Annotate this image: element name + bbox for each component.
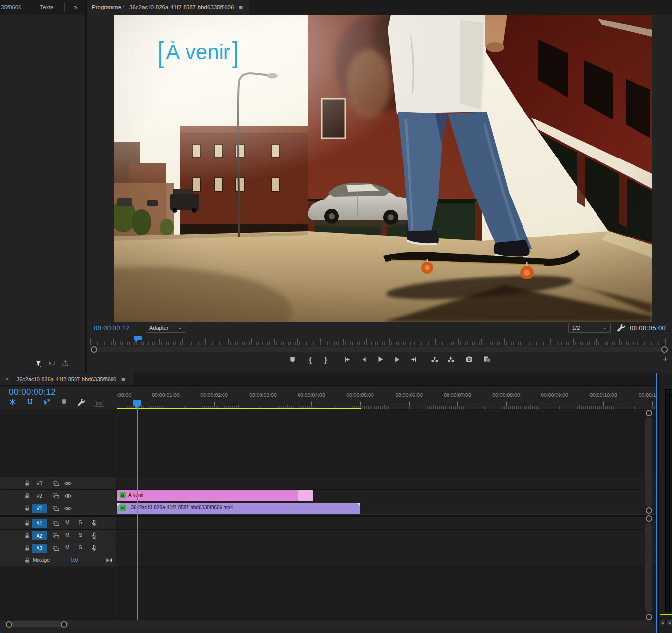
track-target-a2[interactable]: A2 xyxy=(32,531,47,540)
mute-button[interactable]: M xyxy=(65,532,69,538)
program-panel-menu-icon[interactable]: ≡ xyxy=(239,4,243,11)
tab-texte-label: Texte xyxy=(40,4,54,10)
filter-icon[interactable] xyxy=(35,359,42,369)
sync-lock-icon[interactable] xyxy=(52,544,60,554)
timeline-settings-wrench-icon[interactable] xyxy=(76,398,85,408)
timeline-zoom-bar[interactable] xyxy=(5,621,69,627)
go-to-out-button[interactable] xyxy=(407,353,421,366)
program-current-timecode[interactable]: 00:00:00:12 xyxy=(94,324,130,332)
track-target-a1[interactable]: A1 xyxy=(32,519,47,528)
track-header-a1: A1 M S xyxy=(0,517,116,530)
sync-lock-icon[interactable] xyxy=(52,519,60,529)
tab-texte[interactable]: Texte xyxy=(31,0,63,15)
track-lane-a2[interactable] xyxy=(116,530,656,542)
lock-icon[interactable] xyxy=(23,492,31,501)
voiceover-mic-icon[interactable] xyxy=(90,544,98,554)
mark-out-button[interactable]: } xyxy=(319,353,333,366)
video-tracks-scrollbar[interactable] xyxy=(645,417,652,507)
program-zoom-handle-left[interactable] xyxy=(91,346,97,353)
meter-solo-left-button[interactable]: S xyxy=(660,618,666,626)
timeline-playhead-line[interactable] xyxy=(137,402,138,620)
audio-scrollbar-handle-bottom[interactable] xyxy=(646,614,652,620)
timeline-zoom-scrollbar[interactable] xyxy=(4,621,652,627)
lock-icon[interactable] xyxy=(23,544,31,554)
sync-lock-icon[interactable] xyxy=(52,504,60,514)
lock-icon[interactable] xyxy=(23,556,31,566)
clip-fade-handle-right[interactable] xyxy=(357,503,360,506)
sync-lock-icon[interactable] xyxy=(52,492,60,502)
timeline-current-timecode[interactable]: 00:00:00:12 xyxy=(9,387,56,397)
audio-scrollbar-handle-top[interactable] xyxy=(646,515,652,522)
comparison-view-button[interactable] xyxy=(480,353,494,366)
track-target-v3[interactable]: V3 xyxy=(32,479,47,488)
voiceover-mic-icon[interactable] xyxy=(90,532,98,542)
step-back-button[interactable] xyxy=(357,353,371,366)
program-zoom-scrollbar[interactable] xyxy=(90,347,668,352)
lift-button[interactable] xyxy=(428,353,442,366)
play-button[interactable] xyxy=(373,353,387,366)
lock-icon[interactable] xyxy=(23,532,31,541)
peak-indicator xyxy=(666,390,669,396)
panel-overflow-chevron-icon[interactable]: » xyxy=(68,0,83,15)
audio-tracks-scrollbar[interactable] xyxy=(645,523,652,613)
sync-lock-icon[interactable] xyxy=(52,479,60,489)
text-panel xyxy=(0,15,86,373)
clip-a-venir-tail[interactable] xyxy=(298,490,313,501)
linked-selection-icon[interactable] xyxy=(43,398,51,408)
master-volume-value[interactable]: 0,0 xyxy=(71,557,78,563)
tab-project-partial[interactable]: 35f8606 xyxy=(0,0,28,15)
sync-lock-icon[interactable] xyxy=(52,532,60,542)
export-icon[interactable] xyxy=(61,359,69,369)
lock-icon[interactable] xyxy=(23,504,31,514)
solo-button[interactable]: S xyxy=(79,520,82,525)
timeline-sequence-tab[interactable]: × _36c2ac10-826a-41f2-8587-bbd6335f8606 … xyxy=(0,373,134,385)
lock-icon[interactable] xyxy=(23,519,31,529)
extract-button[interactable] xyxy=(444,353,458,366)
solo-button[interactable]: S xyxy=(79,545,82,550)
close-icon[interactable]: × xyxy=(5,376,9,383)
nest-sequences-icon[interactable] xyxy=(8,398,17,408)
lock-icon[interactable] xyxy=(23,479,31,489)
toggle-track-output-eye-icon[interactable] xyxy=(64,504,72,514)
timeline-marker-icon[interactable] xyxy=(60,398,68,408)
timeline-zoom-handle-left[interactable] xyxy=(6,621,12,628)
captions-cc-badge[interactable]: CC xyxy=(94,400,104,407)
snap-magnet-icon[interactable] xyxy=(26,398,34,408)
tab-program-monitor[interactable]: Programme : _36c2ac10-826a-41f2-8587-bbd… xyxy=(87,0,250,15)
zoom-fit-dropdown[interactable]: Adapter ⌄ xyxy=(146,323,186,333)
go-to-in-button[interactable] xyxy=(340,353,354,366)
track-target-a3[interactable]: A3 xyxy=(32,544,47,553)
toggle-track-output-eye-icon[interactable] xyxy=(64,492,72,502)
add-marker-button[interactable] xyxy=(285,353,299,366)
voiceover-mic-icon[interactable] xyxy=(90,519,98,529)
clip-a-venir[interactable]: fx À venir xyxy=(117,490,313,501)
video-scrollbar-handle-top[interactable] xyxy=(646,410,652,416)
track-lane-a1[interactable] xyxy=(116,517,656,530)
button-editor-plus[interactable]: + xyxy=(658,353,672,366)
timeline-panel-menu-icon[interactable]: ≡ xyxy=(121,376,125,383)
track-lane-master[interactable] xyxy=(116,554,656,566)
keyframe-bowtie-icon[interactable] xyxy=(105,556,113,566)
overlay-text: À venir xyxy=(165,40,231,64)
solo-button[interactable]: S xyxy=(79,532,82,538)
mark-in-button[interactable]: { xyxy=(303,353,317,366)
program-seek-ruler[interactable] xyxy=(90,337,668,345)
video-scrollbar-handle-bottom[interactable] xyxy=(646,507,652,514)
track-lane-v3[interactable] xyxy=(116,477,656,490)
timeline-zoom-handle-right[interactable] xyxy=(61,621,67,628)
step-forward-button[interactable] xyxy=(390,353,404,366)
title-overlay-a-venir: [ À venir ] xyxy=(157,40,239,64)
mute-button[interactable]: M xyxy=(65,545,69,550)
play-audio-preview-icon[interactable] xyxy=(48,359,56,369)
mute-button[interactable]: M xyxy=(65,520,69,525)
meter-solo-right-button[interactable]: S xyxy=(667,618,672,626)
clip-video-mp4[interactable]: fx _36c2ac10-826a-41f2-8587-bbd6335f8606… xyxy=(117,503,360,514)
program-settings-wrench-icon[interactable] xyxy=(616,323,625,334)
track-target-v1[interactable]: V1 xyxy=(32,504,47,513)
program-zoom-handle-right[interactable] xyxy=(661,346,668,353)
track-target-v2[interactable]: V2 xyxy=(32,491,47,500)
export-frame-button[interactable] xyxy=(462,353,476,366)
toggle-track-output-eye-icon[interactable] xyxy=(64,479,72,490)
playback-resolution-dropdown[interactable]: 1/2 ⌄ xyxy=(568,323,611,333)
track-lane-a3[interactable] xyxy=(116,542,656,554)
